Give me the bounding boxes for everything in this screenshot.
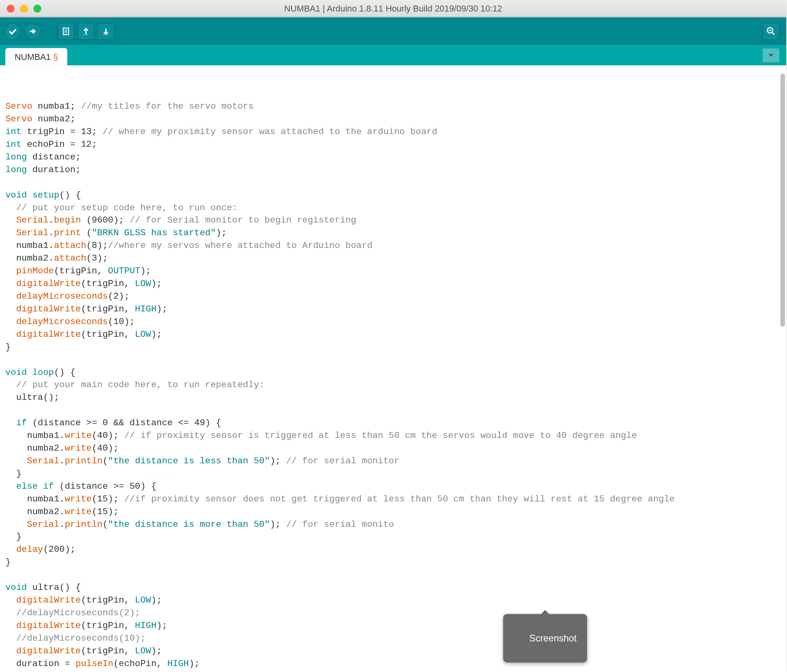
save-sketch-button[interactable]	[97, 23, 115, 40]
verify-button[interactable]	[4, 23, 21, 40]
arduino-ide-window: NUMBA1 | Arduino 1.8.11 Hourly Build 201…	[0, 0, 786, 672]
open-sketch-button[interactable]	[77, 23, 95, 40]
tooltip-text: Screenshot	[529, 632, 576, 643]
window-title: NUMBA1 | Arduino 1.8.11 Hourly Build 201…	[284, 3, 502, 13]
tab-modified-indicator: §	[53, 52, 58, 62]
tabs-menu-button[interactable]	[762, 48, 780, 63]
titlebar: NUMBA1 | Arduino 1.8.11 Hourly Build 201…	[0, 0, 786, 17]
file-icon	[61, 27, 71, 36]
arrow-up-icon	[81, 27, 91, 36]
code-editor[interactable]: Servo numba1; //my titles for the servo …	[0, 65, 786, 672]
tab-bar: NUMBA1 §	[0, 45, 786, 65]
toolbar	[0, 17, 786, 46]
upload-button[interactable]	[24, 23, 41, 40]
svg-line-7	[772, 32, 774, 35]
chevron-down-icon	[768, 53, 774, 57]
serial-monitor-button[interactable]	[762, 23, 780, 40]
tab-name: NUMBA1	[15, 52, 51, 62]
code-content[interactable]: Servo numba1; //my titles for the servo …	[5, 100, 781, 672]
minimize-window-button[interactable]	[20, 4, 28, 12]
new-sketch-button[interactable]	[57, 23, 75, 40]
tab-sketch[interactable]: NUMBA1 §	[5, 48, 67, 65]
magnifier-icon	[766, 26, 776, 37]
arrow-down-icon	[101, 27, 111, 36]
window-controls	[7, 4, 41, 12]
arrow-right-icon	[28, 27, 38, 36]
close-window-button[interactable]	[7, 4, 15, 12]
vertical-scrollbar[interactable]	[780, 73, 785, 326]
screenshot-tooltip: Screenshot	[503, 614, 587, 662]
maximize-window-button[interactable]	[33, 4, 41, 12]
check-icon	[8, 27, 17, 36]
